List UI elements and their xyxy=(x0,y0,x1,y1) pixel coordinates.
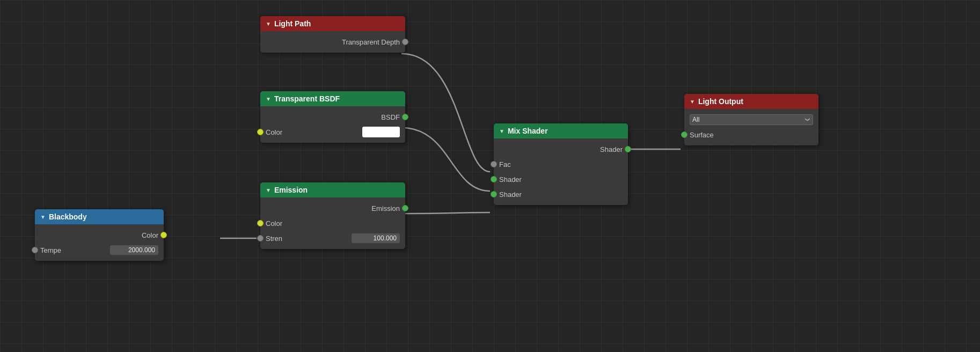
transparent-bsdf-collapse-icon[interactable]: ▼ xyxy=(266,96,271,102)
mix-shader-out-label: Shader xyxy=(499,145,623,153)
emission-out-label: Emission xyxy=(266,204,400,212)
mix-shader-shader1-row: Shader xyxy=(494,172,628,187)
light-output-select-wrapper[interactable]: All xyxy=(690,114,813,125)
mix-shader-fac-row: Fac xyxy=(494,157,628,172)
mix-shader-shader2-in-socket[interactable] xyxy=(491,191,497,197)
mix-shader-shader1-in-socket[interactable] xyxy=(491,176,497,182)
transparent-bsdf-out-row: BSDF xyxy=(260,109,405,124)
emission-body: Emission Color Stren xyxy=(260,197,405,249)
transparent-bsdf-title: Transparent BSDF xyxy=(274,94,340,103)
mix-shader-shader2-label: Shader xyxy=(499,190,623,199)
light-output-title: Light Output xyxy=(698,97,743,106)
transparent-bsdf-header: ▼ Transparent BSDF xyxy=(260,91,405,106)
mix-shader-out-socket[interactable] xyxy=(625,146,631,152)
light-output-header: ▼ Light Output xyxy=(684,94,818,109)
light-output-select-row: All xyxy=(684,112,818,127)
blackbody-body: Color Tempe xyxy=(35,224,164,261)
connections-svg xyxy=(0,0,980,352)
blackbody-color-output-row: Color xyxy=(35,228,164,243)
transparent-bsdf-node: ▼ Transparent BSDF BSDF Color xyxy=(260,91,405,143)
emission-color-row: Color xyxy=(260,216,405,231)
emission-out-row: Emission xyxy=(260,201,405,216)
transparent-bsdf-color-label: Color xyxy=(266,128,362,136)
mix-shader-shader2-row: Shader xyxy=(494,187,628,202)
transparent-bsdf-color-row: Color xyxy=(260,124,405,140)
light-path-collapse-icon[interactable]: ▼ xyxy=(266,21,271,27)
light-output-surface-row: Surface xyxy=(684,127,818,142)
mix-shader-title: Mix Shader xyxy=(508,127,548,135)
blackbody-temp-input[interactable] xyxy=(110,245,158,255)
blackbody-title: Blackbody xyxy=(49,212,87,221)
blackbody-node: ▼ Blackbody Color Tempe xyxy=(35,209,164,261)
light-output-surface-in-socket[interactable] xyxy=(681,131,688,138)
emission-collapse-icon[interactable]: ▼ xyxy=(266,187,271,193)
blackbody-header: ▼ Blackbody xyxy=(35,209,164,224)
light-path-depth-out-label: Transparent Depth xyxy=(266,38,400,46)
blackbody-temp-label: Tempe xyxy=(40,246,110,254)
blackbody-collapse-icon[interactable]: ▼ xyxy=(40,214,46,220)
transparent-bsdf-color-in-socket[interactable] xyxy=(257,129,264,135)
mix-shader-shader1-label: Shader xyxy=(499,175,623,184)
mix-shader-collapse-icon[interactable]: ▼ xyxy=(499,128,504,134)
mix-shader-node: ▼ Mix Shader Shader Fac Shader Shader xyxy=(494,123,628,205)
mix-shader-out-row: Shader xyxy=(494,142,628,157)
light-path-body: Transparent Depth xyxy=(260,31,405,53)
emission-out-socket[interactable] xyxy=(402,205,408,211)
transparent-bsdf-out-socket[interactable] xyxy=(402,114,408,120)
light-output-node: ▼ Light Output All Surface xyxy=(684,94,818,145)
light-output-select[interactable]: All xyxy=(690,114,813,125)
emission-strength-input[interactable] xyxy=(352,233,400,243)
blackbody-temp-input-row: Tempe xyxy=(35,243,164,258)
light-path-depth-out-socket[interactable] xyxy=(402,39,408,45)
mix-shader-fac-in-socket[interactable] xyxy=(491,161,497,167)
emission-strength-row: Stren xyxy=(260,231,405,246)
mix-shader-fac-label: Fac xyxy=(499,160,623,168)
transparent-bsdf-body: BSDF Color xyxy=(260,106,405,143)
emission-color-in-socket[interactable] xyxy=(257,220,264,226)
node-canvas: ▼ Blackbody Color Tempe ▼ Light Path xyxy=(0,0,980,352)
transparent-bsdf-out-label: BSDF xyxy=(266,113,400,121)
blackbody-color-out-socket[interactable] xyxy=(160,232,167,238)
light-path-header: ▼ Light Path xyxy=(260,16,405,31)
light-output-collapse-icon[interactable]: ▼ xyxy=(690,99,695,105)
mix-shader-body: Shader Fac Shader Shader xyxy=(494,138,628,205)
emission-strength-label: Stren xyxy=(266,234,352,243)
light-output-body: All Surface xyxy=(684,109,818,145)
light-output-surface-label: Surface xyxy=(690,131,813,139)
emission-node: ▼ Emission Emission Color Stren xyxy=(260,182,405,249)
light-path-depth-output-row: Transparent Depth xyxy=(260,34,405,49)
emission-color-label: Color xyxy=(266,219,400,228)
blackbody-color-out-label: Color xyxy=(40,231,158,239)
emission-title: Emission xyxy=(274,186,308,194)
emission-header: ▼ Emission xyxy=(260,182,405,197)
light-path-title: Light Path xyxy=(274,19,311,28)
emission-strength-in-socket[interactable] xyxy=(257,235,264,241)
blackbody-temp-in-socket[interactable] xyxy=(32,247,38,253)
mix-shader-header: ▼ Mix Shader xyxy=(494,123,628,138)
transparent-bsdf-color-swatch[interactable] xyxy=(362,127,400,137)
light-path-node: ▼ Light Path Transparent Depth xyxy=(260,16,405,53)
